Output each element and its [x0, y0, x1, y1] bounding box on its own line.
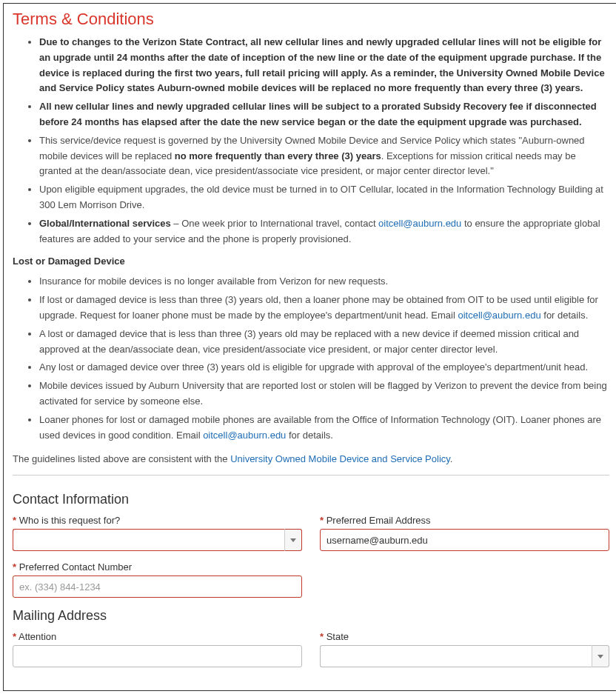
policy-link[interactable]: University Owned Mobile Device and Servi… — [230, 453, 450, 464]
list-item: This service/device request is governed … — [39, 133, 609, 179]
who-combo[interactable] — [13, 529, 302, 551]
lost-heading: Lost or Damaged Device — [13, 256, 609, 267]
state-combo[interactable] — [320, 645, 609, 667]
state-dropdown-button[interactable] — [592, 645, 609, 667]
lost-list: Insurance for mobile devices is no longe… — [13, 274, 609, 443]
state-input[interactable] — [320, 645, 592, 667]
list-item: All new cellular lines and newly upgrade… — [39, 99, 609, 130]
list-item: If lost or damaged device is less than t… — [39, 293, 609, 324]
chevron-down-icon — [597, 655, 603, 658]
chevron-down-icon — [290, 538, 296, 542]
attention-input[interactable] — [13, 645, 302, 667]
form-container: Terms & Conditions Due to changes to the… — [3, 3, 616, 691]
who-label: * Who is this request for? — [13, 515, 302, 526]
who-input[interactable] — [13, 529, 284, 551]
who-dropdown-button[interactable] — [284, 529, 302, 551]
list-item: A lost or damaged device that is less th… — [39, 327, 609, 358]
list-item: Any lost or damaged device over three (3… — [39, 360, 609, 376]
state-label: * State — [320, 631, 609, 642]
list-item: Insurance for mobile devices is no longe… — [39, 274, 609, 290]
list-item: Upon eligible equipment upgrades, the ol… — [39, 182, 609, 213]
list-item: Loaner phones for lost or damaged mobile… — [39, 413, 609, 444]
contact-heading: Contact Information — [13, 492, 609, 507]
list-item: Mobile devices issued by Auburn Universi… — [39, 378, 609, 410]
divider — [13, 475, 609, 476]
guidelines-text: The guidelines listed above are consiste… — [13, 452, 609, 467]
list-item: Global/International services – One week… — [39, 216, 609, 247]
mailing-heading: Mailing Address — [13, 608, 609, 624]
email-link[interactable]: oitcell@auburn.edu — [378, 218, 461, 229]
email-label: * Preferred Email Address — [320, 515, 609, 526]
list-item: Due to changes to the Verizon State Cont… — [39, 35, 609, 96]
terms-list: Due to changes to the Verizon State Cont… — [13, 35, 609, 247]
email-input[interactable] — [320, 529, 609, 551]
terms-heading: Terms & Conditions — [13, 10, 609, 29]
email-link[interactable]: oitcell@auburn.edu — [203, 430, 286, 441]
phone-input[interactable] — [13, 575, 302, 598]
attention-label: * Attention — [13, 631, 302, 642]
email-link[interactable]: oitcell@auburn.edu — [458, 310, 540, 321]
phone-label: * Preferred Contact Number — [13, 561, 302, 573]
